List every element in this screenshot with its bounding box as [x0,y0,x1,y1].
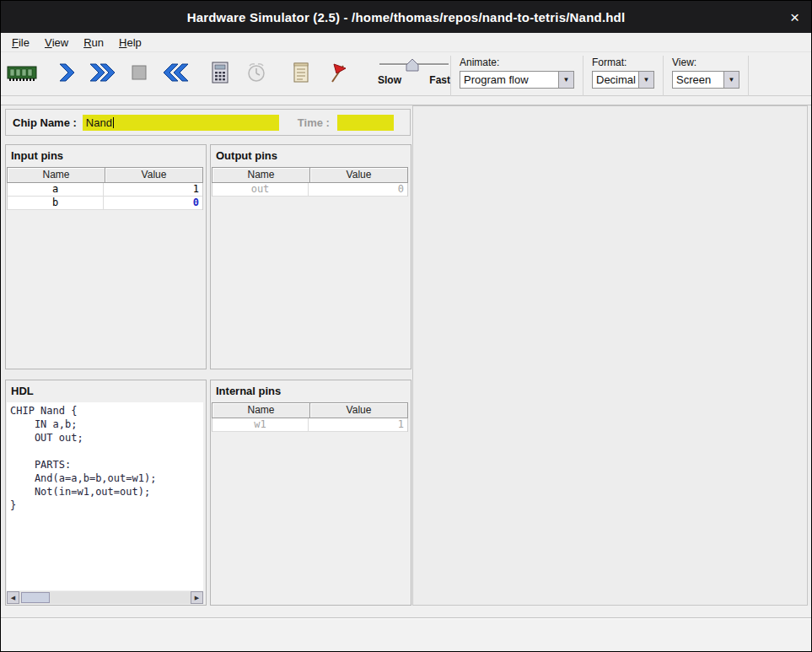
chip-name-input[interactable]: Nand [83,115,279,131]
close-icon[interactable]: × [790,9,799,25]
scroll-right-icon[interactable]: ▶ [191,591,203,604]
column-header-name: Name [7,167,105,183]
scrollbar-track[interactable] [19,591,191,604]
column-header-value: Value [105,167,203,183]
single-step-button[interactable] [51,56,82,89]
stop-square-icon [128,62,150,84]
main-content: Chip Name : Nand Time : Input pins Name … [1,105,811,606]
scrollbar-thumb[interactable] [21,592,50,603]
speed-slider[interactable] [378,57,450,73]
hdl-panel: HDL CHIP Nand { IN a,b; OUT out; PARTS: … [5,380,207,606]
output-pins-table: Name Value out 0 [212,167,408,197]
chip-name-bar: Chip Name : Nand Time : [5,109,411,136]
animate-combo-group: Animate: Program flow ▼ [450,56,583,96]
pin-name-cell: w1 [212,418,309,431]
time-field [337,115,394,131]
pin-name-cell: a [8,183,104,196]
chevron-down-icon[interactable]: ▼ [638,72,653,88]
column-header-value: Value [310,167,408,183]
clock-icon [245,61,267,84]
clock-button[interactable] [240,56,272,89]
table-row: out 0 [212,183,407,197]
pin-name-cell: b [8,197,104,209]
pin-value-cell[interactable]: 1 [104,183,202,196]
fast-forward-icon [88,62,118,84]
horizontal-scrollbar[interactable]: ◀ ▶ [7,591,203,604]
slider-fast-label: Fast [429,74,450,86]
pin-name-cell: out [212,183,309,196]
menu-file[interactable]: File [4,33,37,51]
chip-name-label: Chip Name : [13,116,77,129]
table-row[interactable]: b 0 [8,197,202,210]
internal-pins-panel: Internal pins Name Value w1 1 [210,380,411,606]
step-forward-icon [56,62,78,84]
view-value: Screen [673,72,723,88]
format-value: Decimal [593,72,638,88]
internal-pins-table: Name Value w1 1 [212,402,408,432]
pin-value-cell: 1 [309,418,407,431]
load-chip-button[interactable] [6,56,37,89]
format-label: Format: [592,57,654,68]
view-combo-group: View: Screen ▼ [663,56,749,96]
reset-button[interactable] [159,56,191,89]
input-pins-title: Input pins [6,145,206,165]
calculator-button[interactable] [204,56,235,89]
red-flag-icon [326,61,348,84]
speed-slider-group: Slow Fast [378,56,450,86]
format-combo-group: Format: Decimal ▼ [583,56,663,96]
hardware-simulator-window: Hardware Simulator (2.5) - /home/thomas/… [0,0,812,652]
input-pins-panel: Input pins Name Value a 1 b 0 [5,144,207,369]
toolbar: Slow Fast Animate: Program flow ▼ Format… [1,53,811,96]
breakpoints-button[interactable] [321,56,352,89]
slider-thumb[interactable] [406,59,418,71]
chevron-down-icon[interactable]: ▼ [723,72,739,88]
scroll-left-icon[interactable]: ◀ [7,591,19,604]
time-label: Time : [298,116,330,129]
window-title: Hardware Simulator (2.5) - /home/thomas/… [187,10,626,24]
chevron-down-icon[interactable]: ▼ [558,72,573,88]
animate-label: Animate: [460,57,574,68]
stop-button[interactable] [123,56,154,89]
rewind-icon [160,62,191,84]
pin-value-cell[interactable]: 0 [104,197,202,209]
calculator-icon [210,61,230,84]
column-header-name: Name [212,402,310,418]
table-row: w1 1 [212,418,407,432]
menu-help[interactable]: Help [111,33,149,51]
table-row[interactable]: a 1 [8,183,202,197]
script-button[interactable] [285,56,316,89]
internal-pins-title: Internal pins [211,380,411,401]
output-pins-panel: Output pins Name Value out 0 [210,144,411,369]
title-bar: Hardware Simulator (2.5) - /home/thomas/… [1,1,811,33]
slider-slow-label: Slow [378,74,401,86]
menu-run[interactable]: Run [76,33,111,51]
column-header-value: Value [310,402,408,418]
view-select[interactable]: Screen ▼ [672,71,739,89]
text-cursor [113,117,114,128]
memory-chip-icon [7,61,37,84]
run-button[interactable] [87,56,118,89]
format-select[interactable]: Decimal ▼ [592,71,654,89]
input-pins-table: Name Value a 1 b 0 [7,167,203,210]
hdl-title: HDL [6,380,206,401]
script-scroll-icon [290,61,312,84]
view-label: View: [672,57,739,68]
menu-bar: File View Run Help [1,33,811,52]
animate-value: Program flow [460,72,558,88]
menu-view[interactable]: View [37,33,76,51]
pin-value-cell: 0 [309,183,407,196]
column-header-name: Name [212,167,310,183]
animate-select[interactable]: Program flow ▼ [460,71,574,89]
status-bar [1,617,811,651]
output-pins-title: Output pins [211,145,411,165]
screen-view-panel [412,105,808,606]
hdl-code: CHIP Nand { IN a,b; OUT out; PARTS: And(… [7,402,203,590]
